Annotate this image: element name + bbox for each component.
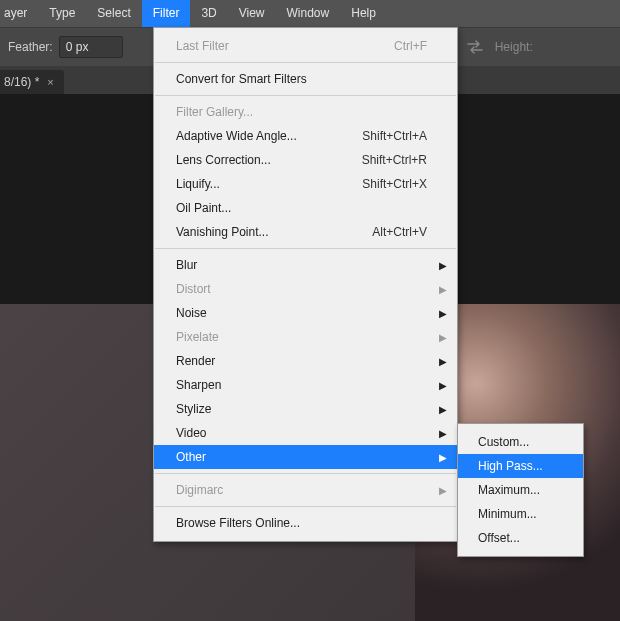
menu-item-shortcut: Alt+Ctrl+V	[372, 225, 427, 239]
menubar-item-type[interactable]: Type	[38, 0, 86, 27]
menu-item-render[interactable]: Render▶	[154, 349, 457, 373]
menu-separator	[155, 506, 456, 507]
menubar: ayerTypeSelectFilter3DViewWindowHelp	[0, 0, 620, 27]
menu-item-label: Pixelate	[176, 330, 427, 344]
submenu-arrow-icon: ▶	[439, 428, 447, 439]
menu-item-shortcut: Shift+Ctrl+X	[362, 177, 427, 191]
menu-item-shortcut: Shift+Ctrl+R	[362, 153, 427, 167]
submenu-item-maximum[interactable]: Maximum...	[458, 478, 583, 502]
document-tab[interactable]: 8/16) * ×	[0, 70, 64, 94]
submenu-arrow-icon: ▶	[439, 404, 447, 415]
menubar-item-ayer[interactable]: ayer	[0, 0, 38, 27]
menu-item-sharpen[interactable]: Sharpen▶	[154, 373, 457, 397]
menubar-item-window[interactable]: Window	[276, 0, 341, 27]
feather-input[interactable]: 0 px	[59, 36, 123, 58]
menu-item-oil-paint[interactable]: Oil Paint...	[154, 196, 457, 220]
menu-item-label: Adaptive Wide Angle...	[176, 129, 348, 143]
menu-item-label: Filter Gallery...	[176, 105, 427, 119]
menubar-item-filter[interactable]: Filter	[142, 0, 191, 27]
submenu-arrow-icon: ▶	[439, 284, 447, 295]
menu-item-lens-correction[interactable]: Lens Correction...Shift+Ctrl+R	[154, 148, 457, 172]
menu-item-label: Video	[176, 426, 427, 440]
submenu-item-label: Offset...	[478, 531, 563, 545]
menu-item-label: Sharpen	[176, 378, 427, 392]
submenu-item-label: Custom...	[478, 435, 563, 449]
menu-item-label: Vanishing Point...	[176, 225, 358, 239]
menu-item-distort: Distort▶	[154, 277, 457, 301]
submenu-item-label: Minimum...	[478, 507, 563, 521]
menu-item-last-filter: Last FilterCtrl+F	[154, 34, 457, 58]
submenu-arrow-icon: ▶	[439, 356, 447, 367]
menu-item-other[interactable]: Other▶	[154, 445, 457, 469]
menu-item-blur[interactable]: Blur▶	[154, 253, 457, 277]
menu-item-vanishing-point[interactable]: Vanishing Point...Alt+Ctrl+V	[154, 220, 457, 244]
submenu-arrow-icon: ▶	[439, 260, 447, 271]
menu-item-label: Browse Filters Online...	[176, 516, 427, 530]
menubar-item-view[interactable]: View	[228, 0, 276, 27]
menu-item-label: Lens Correction...	[176, 153, 348, 167]
height-label: Height:	[495, 40, 533, 54]
menu-item-label: Convert for Smart Filters	[176, 72, 427, 86]
menu-item-adaptive-wide-angle[interactable]: Adaptive Wide Angle...Shift+Ctrl+A	[154, 124, 457, 148]
menu-item-label: Blur	[176, 258, 427, 272]
menu-item-noise[interactable]: Noise▶	[154, 301, 457, 325]
submenu-arrow-icon: ▶	[439, 452, 447, 463]
menu-item-browse-filters-online[interactable]: Browse Filters Online...	[154, 511, 457, 535]
submenu-item-minimum[interactable]: Minimum...	[458, 502, 583, 526]
menu-item-label: Other	[176, 450, 427, 464]
menu-separator	[155, 62, 456, 63]
menu-item-label: Noise	[176, 306, 427, 320]
menu-item-video[interactable]: Video▶	[154, 421, 457, 445]
menu-item-label: Render	[176, 354, 427, 368]
menu-separator	[155, 473, 456, 474]
menu-item-digimarc: Digimarc▶	[154, 478, 457, 502]
submenu-arrow-icon: ▶	[439, 380, 447, 391]
menu-item-shortcut: Shift+Ctrl+A	[362, 129, 427, 143]
close-icon[interactable]: ×	[47, 70, 53, 94]
menubar-item-select[interactable]: Select	[86, 0, 141, 27]
swap-dimensions-icon[interactable]	[463, 35, 487, 59]
submenu-arrow-icon: ▶	[439, 332, 447, 343]
submenu-item-high-pass[interactable]: High Pass...	[458, 454, 583, 478]
menu-item-label: Stylize	[176, 402, 427, 416]
submenu-item-label: High Pass...	[478, 459, 563, 473]
other-submenu: Custom...High Pass...Maximum...Minimum..…	[457, 423, 584, 557]
submenu-arrow-icon: ▶	[439, 308, 447, 319]
menu-item-shortcut: Ctrl+F	[394, 39, 427, 53]
document-tab-title: 8/16) *	[4, 70, 39, 94]
menu-item-stylize[interactable]: Stylize▶	[154, 397, 457, 421]
submenu-item-custom[interactable]: Custom...	[458, 430, 583, 454]
menu-item-liquify[interactable]: Liquify...Shift+Ctrl+X	[154, 172, 457, 196]
submenu-arrow-icon: ▶	[439, 485, 447, 496]
menu-item-label: Liquify...	[176, 177, 348, 191]
menu-separator	[155, 248, 456, 249]
menubar-item-help[interactable]: Help	[340, 0, 387, 27]
filter-menu: Last FilterCtrl+FConvert for Smart Filte…	[153, 27, 458, 542]
submenu-item-offset[interactable]: Offset...	[458, 526, 583, 550]
menu-item-label: Last Filter	[176, 39, 380, 53]
menu-separator	[155, 95, 456, 96]
menu-item-convert-for-smart-filters[interactable]: Convert for Smart Filters	[154, 67, 457, 91]
menu-item-label: Oil Paint...	[176, 201, 427, 215]
feather-label: Feather:	[8, 40, 53, 54]
menubar-item-3d[interactable]: 3D	[190, 0, 227, 27]
menu-item-label: Distort	[176, 282, 427, 296]
menu-item-pixelate: Pixelate▶	[154, 325, 457, 349]
submenu-item-label: Maximum...	[478, 483, 563, 497]
menu-item-filter-gallery: Filter Gallery...	[154, 100, 457, 124]
menu-item-label: Digimarc	[176, 483, 427, 497]
